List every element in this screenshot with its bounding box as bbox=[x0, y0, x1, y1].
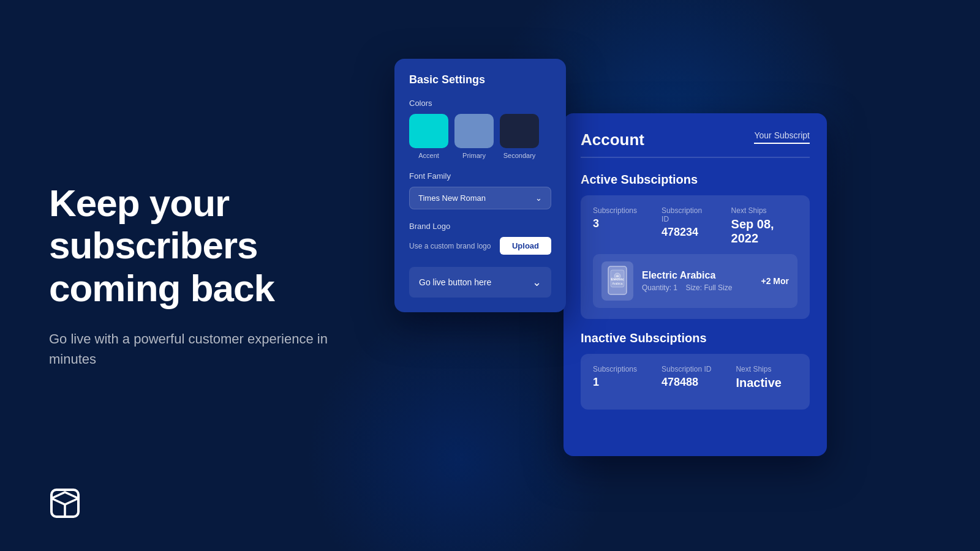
brand-logo-row: Use a custom brand logo Upload bbox=[409, 237, 551, 255]
primary-color-box bbox=[454, 114, 494, 148]
inactive-sub-next-label: Next Ships bbox=[736, 365, 781, 373]
secondary-label: Secondary bbox=[503, 152, 536, 159]
account-title: Account bbox=[581, 130, 644, 149]
logo-bottom bbox=[49, 487, 81, 522]
box-logo-icon bbox=[49, 487, 81, 519]
settings-title: Basic Settings bbox=[409, 73, 551, 86]
go-live-chevron-icon: ⌄ bbox=[532, 276, 541, 289]
active-sub-count-label: Subscriptions bbox=[593, 206, 637, 215]
brand-logo-label: Brand Logo bbox=[409, 222, 551, 231]
font-family-value: Times New Roman bbox=[418, 193, 486, 203]
font-family-dropdown[interactable]: Times New Roman ⌄ bbox=[409, 187, 551, 209]
active-sub-next-label: Next Ships bbox=[731, 206, 797, 215]
inactive-subscriptions-heading: Inactive Subsciptions bbox=[581, 331, 810, 345]
active-subscription-box: Subscriptions 3 Subscription ID 478234 N… bbox=[581, 195, 810, 319]
font-family-label: Font Family bbox=[409, 171, 551, 181]
primary-label: Primary bbox=[462, 152, 486, 159]
inactive-section: Inactive Subsciptions Subscriptions 1 Su… bbox=[581, 331, 810, 410]
hero-subtitle: Go live with a powerful customer experie… bbox=[49, 329, 343, 369]
left-panel: Keep your subscribers coming back Go liv… bbox=[49, 0, 392, 551]
secondary-swatch[interactable]: Secondary bbox=[500, 114, 539, 159]
inactive-meta-row: Subscriptions 1 Subscription ID 478488 N… bbox=[593, 365, 797, 390]
product-more[interactable]: +2 Mor bbox=[761, 276, 789, 286]
colors-row: Accent Primary Secondary bbox=[409, 114, 551, 159]
inactive-sub-id-label: Subscription ID bbox=[662, 365, 711, 373]
account-tab[interactable]: Your Subscript bbox=[754, 130, 810, 144]
settings-card: Basic Settings Colors Accent Primary Sec… bbox=[394, 59, 566, 312]
active-sub-next-value: Sep 08, 2022 bbox=[731, 217, 797, 246]
active-sub-count-col: Subscriptions 3 bbox=[593, 206, 637, 246]
product-image: Electric Arabica bbox=[601, 261, 633, 301]
hero-title: Keep your subscribers coming back bbox=[49, 182, 392, 309]
accent-color-box bbox=[409, 114, 448, 148]
account-header: Account Your Subscript bbox=[581, 130, 810, 158]
inactive-sub-id-col: Subscription ID 478488 bbox=[662, 365, 711, 390]
brand-logo-section: Brand Logo Use a custom brand logo Uploa… bbox=[409, 222, 551, 255]
svg-text:Arabica: Arabica bbox=[612, 282, 623, 285]
accent-swatch[interactable]: Accent bbox=[409, 114, 448, 159]
active-sub-next-col: Next Ships Sep 08, 2022 bbox=[731, 206, 797, 246]
product-info: Electric Arabica Quantity: 1 Size: Full … bbox=[642, 270, 752, 292]
active-sub-id-col: Subscription ID 478234 bbox=[662, 206, 707, 246]
font-family-section: Font Family Times New Roman ⌄ bbox=[409, 171, 551, 209]
upload-button[interactable]: Upload bbox=[500, 237, 551, 255]
coffee-bag-icon: Electric Arabica bbox=[605, 264, 630, 298]
account-card: Account Your Subscript Active Subsciptio… bbox=[564, 113, 827, 456]
colors-label: Colors bbox=[409, 99, 551, 108]
active-meta-row: Subscriptions 3 Subscription ID 478234 N… bbox=[593, 206, 797, 246]
go-live-label: Go live button here bbox=[419, 277, 491, 287]
active-sub-count-value: 3 bbox=[593, 217, 637, 230]
chevron-down-icon: ⌄ bbox=[535, 193, 542, 203]
product-name: Electric Arabica bbox=[642, 270, 752, 281]
product-row: Electric Arabica Electric Arabica Quanti… bbox=[593, 254, 797, 308]
secondary-color-box bbox=[500, 114, 539, 148]
product-size: Size: Full Size bbox=[685, 283, 732, 292]
active-sub-id-label: Subscription ID bbox=[662, 206, 707, 223]
inactive-sub-count-col: Subscriptions 1 bbox=[593, 365, 637, 390]
product-details: Quantity: 1 Size: Full Size bbox=[642, 283, 752, 292]
inactive-sub-id-value: 478488 bbox=[662, 376, 711, 389]
inactive-sub-next-col: Next Ships Inactive bbox=[736, 365, 781, 390]
active-subscriptions-heading: Active Subsciptions bbox=[581, 173, 810, 187]
accent-label: Accent bbox=[418, 152, 439, 159]
primary-swatch[interactable]: Primary bbox=[454, 114, 494, 159]
inactive-sub-next-value: Inactive bbox=[736, 376, 781, 390]
inactive-subscription-box: Subscriptions 1 Subscription ID 478488 N… bbox=[581, 354, 810, 410]
go-live-row[interactable]: Go live button here ⌄ bbox=[409, 267, 551, 298]
inactive-sub-count-label: Subscriptions bbox=[593, 365, 637, 373]
active-sub-id-value: 478234 bbox=[662, 226, 707, 239]
inactive-sub-count-value: 1 bbox=[593, 376, 637, 389]
product-quantity: Quantity: 1 bbox=[642, 283, 677, 292]
brand-logo-hint: Use a custom brand logo bbox=[409, 242, 491, 250]
